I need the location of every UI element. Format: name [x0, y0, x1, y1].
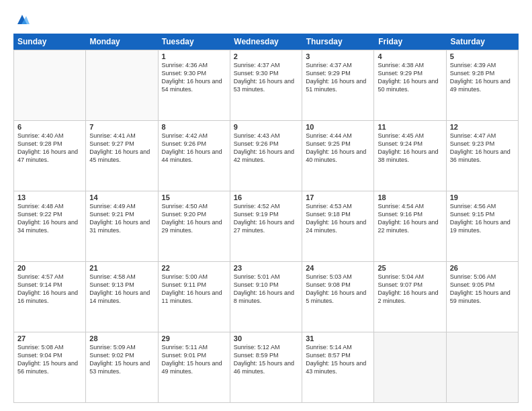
cal-cell: 28Sunrise: 5:09 AMSunset: 9:02 PMDayligh…	[86, 332, 158, 402]
cal-cell	[447, 332, 519, 402]
cell-info: Sunrise: 5:14 AMSunset: 8:57 PMDaylight:…	[306, 343, 370, 376]
calendar: SundayMondayTuesdayWednesdayThursdayFrid…	[13, 34, 519, 403]
day-number: 10	[306, 123, 370, 131]
day-number: 8	[162, 123, 226, 131]
day-number: 17	[306, 193, 370, 201]
day-number: 31	[306, 334, 370, 342]
day-number: 30	[234, 334, 298, 342]
cal-header-thursday: Thursday	[302, 34, 374, 50]
calendar-header-row: SundayMondayTuesdayWednesdayThursdayFrid…	[13, 34, 519, 50]
cal-cell: 19Sunrise: 4:56 AMSunset: 9:15 PMDayligh…	[447, 191, 519, 261]
cell-info: Sunrise: 4:54 AMSunset: 9:16 PMDaylight:…	[378, 202, 442, 235]
cal-cell: 11Sunrise: 4:45 AMSunset: 9:24 PMDayligh…	[374, 121, 446, 191]
header	[13, 12, 519, 27]
cal-cell: 3Sunrise: 4:37 AMSunset: 9:29 PMDaylight…	[302, 50, 374, 120]
cell-info: Sunrise: 4:36 AMSunset: 9:30 PMDaylight:…	[162, 61, 226, 94]
day-number: 27	[17, 334, 82, 342]
day-number: 6	[17, 123, 82, 131]
day-number: 4	[378, 52, 442, 60]
day-number: 19	[450, 193, 515, 201]
cell-info: Sunrise: 5:08 AMSunset: 9:04 PMDaylight:…	[17, 343, 82, 376]
cal-cell: 13Sunrise: 4:48 AMSunset: 9:22 PMDayligh…	[14, 191, 86, 261]
cal-cell: 4Sunrise: 4:38 AMSunset: 9:29 PMDaylight…	[374, 50, 446, 120]
cal-cell: 5Sunrise: 4:39 AMSunset: 9:28 PMDaylight…	[447, 50, 519, 120]
cell-info: Sunrise: 5:06 AMSunset: 9:05 PMDaylight:…	[450, 273, 515, 306]
cal-cell: 20Sunrise: 4:57 AMSunset: 9:14 PMDayligh…	[14, 262, 86, 332]
cell-info: Sunrise: 4:39 AMSunset: 9:28 PMDaylight:…	[450, 61, 515, 94]
cell-info: Sunrise: 4:50 AMSunset: 9:20 PMDaylight:…	[162, 202, 226, 235]
day-number: 20	[17, 264, 82, 272]
cell-info: Sunrise: 4:57 AMSunset: 9:14 PMDaylight:…	[17, 273, 82, 306]
day-number: 22	[162, 264, 226, 272]
logo	[13, 12, 30, 27]
cell-info: Sunrise: 5:00 AMSunset: 9:11 PMDaylight:…	[162, 273, 226, 306]
cell-info: Sunrise: 4:44 AMSunset: 9:25 PMDaylight:…	[306, 132, 370, 165]
day-number: 5	[450, 52, 515, 60]
cal-header-saturday: Saturday	[447, 34, 519, 50]
cal-cell: 24Sunrise: 5:03 AMSunset: 9:08 PMDayligh…	[302, 262, 374, 332]
cal-cell: 31Sunrise: 5:14 AMSunset: 8:57 PMDayligh…	[302, 332, 374, 402]
cell-info: Sunrise: 4:53 AMSunset: 9:18 PMDaylight:…	[306, 202, 370, 235]
cal-cell	[86, 50, 158, 120]
cal-cell: 26Sunrise: 5:06 AMSunset: 9:05 PMDayligh…	[447, 262, 519, 332]
day-number: 1	[162, 52, 226, 60]
day-number: 26	[450, 264, 515, 272]
cal-cell: 18Sunrise: 4:54 AMSunset: 9:16 PMDayligh…	[374, 191, 446, 261]
day-number: 3	[306, 52, 370, 60]
cell-info: Sunrise: 4:49 AMSunset: 9:21 PMDaylight:…	[89, 202, 154, 235]
day-number: 16	[234, 193, 298, 201]
cal-header-wednesday: Wednesday	[230, 34, 302, 50]
cal-week-0: 1Sunrise: 4:36 AMSunset: 9:30 PMDaylight…	[14, 50, 519, 120]
cal-header-monday: Monday	[85, 34, 157, 50]
cell-info: Sunrise: 4:47 AMSunset: 9:23 PMDaylight:…	[450, 132, 515, 165]
cal-cell: 30Sunrise: 5:12 AMSunset: 8:59 PMDayligh…	[230, 332, 302, 402]
cal-week-3: 20Sunrise: 4:57 AMSunset: 9:14 PMDayligh…	[14, 261, 519, 332]
calendar-body: 1Sunrise: 4:36 AMSunset: 9:30 PMDaylight…	[13, 50, 519, 403]
cal-cell: 1Sunrise: 4:36 AMSunset: 9:30 PMDaylight…	[159, 50, 230, 120]
day-number: 11	[378, 123, 442, 131]
cell-info: Sunrise: 4:37 AMSunset: 9:29 PMDaylight:…	[306, 61, 370, 94]
cell-info: Sunrise: 4:43 AMSunset: 9:26 PMDaylight:…	[234, 132, 298, 165]
cal-cell: 21Sunrise: 4:58 AMSunset: 9:13 PMDayligh…	[86, 262, 158, 332]
cell-info: Sunrise: 4:41 AMSunset: 9:27 PMDaylight:…	[89, 132, 154, 165]
cell-info: Sunrise: 4:48 AMSunset: 9:22 PMDaylight:…	[17, 202, 82, 235]
cal-cell: 15Sunrise: 4:50 AMSunset: 9:20 PMDayligh…	[159, 191, 230, 261]
day-number: 7	[89, 123, 154, 131]
cal-cell: 25Sunrise: 5:04 AMSunset: 9:07 PMDayligh…	[374, 262, 446, 332]
cell-info: Sunrise: 5:01 AMSunset: 9:10 PMDaylight:…	[234, 273, 298, 306]
cal-cell: 27Sunrise: 5:08 AMSunset: 9:04 PMDayligh…	[14, 332, 86, 402]
cal-cell: 7Sunrise: 4:41 AMSunset: 9:27 PMDaylight…	[86, 121, 158, 191]
cal-header-tuesday: Tuesday	[158, 34, 230, 50]
cal-cell: 17Sunrise: 4:53 AMSunset: 9:18 PMDayligh…	[302, 191, 374, 261]
cal-cell: 23Sunrise: 5:01 AMSunset: 9:10 PMDayligh…	[230, 262, 302, 332]
cal-cell: 12Sunrise: 4:47 AMSunset: 9:23 PMDayligh…	[447, 121, 519, 191]
cell-info: Sunrise: 5:03 AMSunset: 9:08 PMDaylight:…	[306, 273, 370, 306]
cal-cell: 8Sunrise: 4:42 AMSunset: 9:26 PMDaylight…	[159, 121, 230, 191]
cell-info: Sunrise: 4:42 AMSunset: 9:26 PMDaylight:…	[162, 132, 226, 165]
cell-info: Sunrise: 4:52 AMSunset: 9:19 PMDaylight:…	[234, 202, 298, 235]
cell-info: Sunrise: 4:58 AMSunset: 9:13 PMDaylight:…	[89, 273, 154, 306]
cal-cell: 9Sunrise: 4:43 AMSunset: 9:26 PMDaylight…	[230, 121, 302, 191]
cell-info: Sunrise: 4:45 AMSunset: 9:24 PMDaylight:…	[378, 132, 442, 165]
day-number: 25	[378, 264, 442, 272]
day-number: 15	[162, 193, 226, 201]
cal-cell	[374, 332, 446, 402]
cal-cell: 6Sunrise: 4:40 AMSunset: 9:28 PMDaylight…	[14, 121, 86, 191]
cal-week-4: 27Sunrise: 5:08 AMSunset: 9:04 PMDayligh…	[14, 332, 519, 402]
cal-cell: 16Sunrise: 4:52 AMSunset: 9:19 PMDayligh…	[230, 191, 302, 261]
day-number: 28	[89, 334, 154, 342]
cal-cell: 10Sunrise: 4:44 AMSunset: 9:25 PMDayligh…	[302, 121, 374, 191]
day-number: 24	[306, 264, 370, 272]
logo-icon	[15, 12, 30, 27]
day-number: 18	[378, 193, 442, 201]
cal-header-sunday: Sunday	[13, 34, 85, 50]
day-number: 14	[89, 193, 154, 201]
cell-info: Sunrise: 4:37 AMSunset: 9:30 PMDaylight:…	[234, 61, 298, 94]
page: SundayMondayTuesdayWednesdayThursdayFrid…	[0, 0, 532, 411]
day-number: 9	[234, 123, 298, 131]
cal-cell: 29Sunrise: 5:11 AMSunset: 9:01 PMDayligh…	[159, 332, 230, 402]
cal-cell: 22Sunrise: 5:00 AMSunset: 9:11 PMDayligh…	[159, 262, 230, 332]
cell-info: Sunrise: 4:56 AMSunset: 9:15 PMDaylight:…	[450, 202, 515, 235]
day-number: 21	[89, 264, 154, 272]
day-number: 12	[450, 123, 515, 131]
